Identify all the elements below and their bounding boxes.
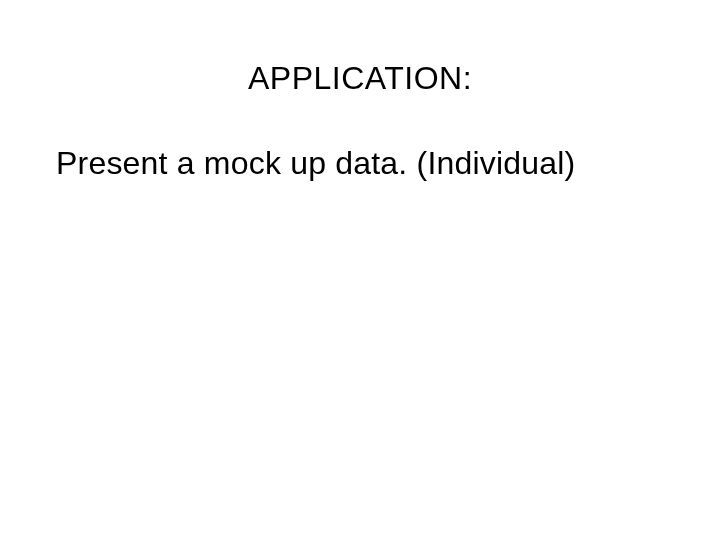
slide-body-text: Present a mock up data. (Individual) [0, 145, 720, 182]
slide-container: APPLICATION: Present a mock up data. (In… [0, 0, 720, 540]
slide-title: APPLICATION: [0, 60, 720, 97]
